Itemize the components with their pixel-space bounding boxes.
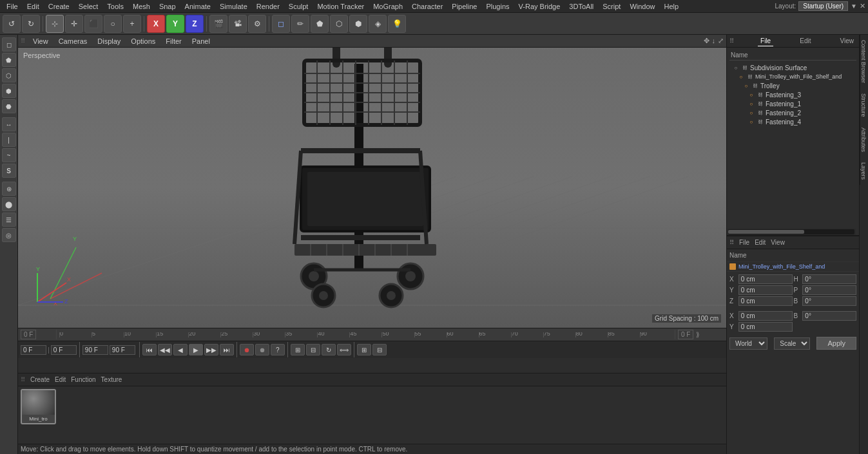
y-axis-button[interactable]: Y — [166, 15, 184, 33]
menu-mograph[interactable]: MoGraph — [369, 1, 407, 12]
loop-button[interactable]: ↻ — [322, 344, 336, 355]
menu-file[interactable]: File — [3, 1, 22, 12]
menu-character[interactable]: Character — [408, 1, 447, 12]
p-rot-input[interactable] — [802, 285, 856, 295]
b-rot-input[interactable] — [802, 296, 856, 306]
viewport[interactable]: X Y — [18, 48, 726, 328]
layout-dropdown-icon[interactable]: ▼ — [851, 3, 857, 10]
rotate-button[interactable]: ○ — [104, 15, 122, 33]
mat-menu-edit[interactable]: Edit — [55, 376, 66, 383]
model-tool[interactable]: ◻ — [2, 37, 16, 52]
menu-window[interactable]: Window — [626, 1, 659, 12]
play-button[interactable]: ▶ — [189, 344, 203, 355]
current-frame-input[interactable] — [21, 345, 46, 355]
tree-item-mini-trolley[interactable]: ○ ⛓ Mini_Trolley_with_File_Shelf_and — [729, 72, 856, 81]
vp-icon-down[interactable]: ↓ — [712, 37, 716, 45]
menu-plugins[interactable]: Plugins — [482, 1, 513, 12]
menu-edit[interactable]: Edit — [23, 1, 43, 12]
y-pos-input[interactable] — [738, 285, 793, 295]
menu-animate[interactable]: Animate — [181, 1, 215, 12]
menu-help[interactable]: Help — [661, 1, 683, 12]
move-button[interactable]: ✛ — [65, 15, 83, 33]
mat-menu-create[interactable]: Create — [30, 376, 50, 383]
attr-menu-file[interactable]: File — [739, 239, 749, 246]
menu-sculpt[interactable]: Sculpt — [285, 1, 313, 12]
edge-tool[interactable]: ⬢ — [2, 84, 16, 98]
timeline-expand-icon[interactable]: ⟫ — [696, 331, 700, 338]
tab-layers[interactable]: Layers — [860, 157, 868, 185]
vp-menu-view[interactable]: View — [30, 36, 51, 46]
motion-layer-button[interactable]: ⊟ — [306, 344, 320, 355]
deformer-button[interactable]: ◈ — [369, 15, 387, 33]
select-all[interactable]: ↔ — [2, 117, 16, 131]
render-view-button[interactable]: 📽 — [229, 15, 247, 33]
mat-menu-texture[interactable]: Texture — [101, 376, 122, 383]
vp-menu-panel[interactable]: Panel — [189, 36, 213, 46]
tree-item-fastening3[interactable]: ○ ⛓ Fastening_3 — [729, 90, 856, 99]
tree-item-fastening4[interactable]: ○ ⛓ Fastening_4 — [729, 117, 856, 126]
z-pos-input[interactable] — [738, 296, 793, 306]
timeline-extra2[interactable]: ⊟ — [372, 344, 387, 355]
menu-render[interactable]: Render — [253, 1, 284, 12]
bx-input[interactable] — [802, 311, 856, 321]
tree-item-trolley[interactable]: ○ ⛓ Trolley — [729, 81, 856, 90]
menu-snap[interactable]: Snap — [155, 1, 180, 12]
menu-simulate[interactable]: Simulate — [216, 1, 251, 12]
menu-tools[interactable]: Tools — [103, 1, 128, 12]
nurbs-button[interactable]: ⬢ — [349, 15, 367, 33]
panel-tab-file[interactable]: File — [758, 36, 773, 46]
vp-icon-move[interactable]: ✥ — [704, 37, 709, 45]
apply-button[interactable]: Apply — [816, 337, 856, 350]
fps-field[interactable] — [82, 345, 108, 355]
frame-field[interactable] — [51, 345, 77, 355]
attr-menu-view[interactable]: View — [771, 239, 785, 246]
redo-button[interactable]: ↻ — [22, 15, 40, 33]
sculpt-tool[interactable]: ~ — [2, 148, 16, 162]
go-start-button[interactable]: ⏮ — [142, 344, 157, 355]
point-tool[interactable]: ⬡ — [2, 68, 16, 82]
vp-menu-display[interactable]: Display — [95, 36, 123, 46]
h-rot-input[interactable] — [802, 274, 856, 284]
hair-tool[interactable]: ☰ — [2, 213, 16, 227]
paint-tool[interactable]: ⊛ — [2, 182, 16, 196]
spline-button[interactable]: ⬡ — [330, 15, 348, 33]
scene-tree-scrollbar[interactable] — [727, 229, 856, 235]
coord-space-select[interactable]: World Object — [729, 337, 767, 350]
tree-item-subdivision[interactable]: ○ ⛓ Subdivision Surface — [729, 63, 856, 72]
fps2-field[interactable] — [110, 345, 135, 355]
extra-tool[interactable]: ◎ — [2, 228, 16, 242]
x-axis-button[interactable]: X — [147, 15, 165, 33]
scale-button[interactable]: ⬛ — [84, 15, 102, 33]
panel-tab-edit[interactable]: Edit — [797, 36, 813, 46]
menu-vray-bridge[interactable]: V-Ray Bridge — [515, 1, 564, 12]
record-button[interactable]: ⏺ — [240, 344, 254, 355]
h-scroll-thumb[interactable] — [728, 230, 804, 234]
vp-icon-expand[interactable]: ⤢ — [718, 37, 724, 45]
undo-button[interactable]: ↺ — [3, 15, 21, 33]
edit-render-settings-button[interactable]: ⚙ — [248, 15, 266, 33]
y-size-input[interactable] — [738, 322, 793, 332]
scale-select[interactable]: Scale — [774, 337, 810, 350]
key-help[interactable]: ? — [271, 344, 285, 355]
tree-item-fastening1[interactable]: ○ ⛓ Fastening_1 — [729, 99, 856, 108]
tab-attributes[interactable]: Attributes — [860, 122, 868, 157]
render-to-picture-button[interactable]: 🎬 — [209, 15, 227, 33]
menu-create[interactable]: Create — [44, 1, 73, 12]
mesh-tool[interactable]: ⬟ — [2, 53, 16, 67]
bounce-button[interactable]: ⟺ — [337, 344, 351, 355]
tab-structure[interactable]: Structure — [860, 88, 868, 122]
menu-motion-tracker[interactable]: Motion Tracker — [313, 1, 368, 12]
prev-frame-button[interactable]: ◀ — [173, 344, 188, 355]
light-button[interactable]: 💡 — [388, 15, 406, 33]
s-tool[interactable]: S — [2, 164, 16, 178]
close-icon[interactable]: ✕ — [860, 2, 865, 10]
motion-clip-button[interactable]: ⊞ — [291, 344, 305, 355]
pen-button[interactable]: ✏ — [291, 15, 309, 33]
menu-script[interactable]: Script — [599, 1, 624, 12]
polygon-tool[interactable]: ⬣ — [2, 99, 16, 113]
panel-tab-view[interactable]: View — [838, 36, 857, 46]
tab-content-browser[interactable]: Content Browser — [860, 35, 868, 88]
menu-mesh[interactable]: Mesh — [129, 1, 154, 12]
tree-item-fastening2[interactable]: ○ ⛓ Fastening_2 — [729, 108, 856, 117]
next-key-button[interactable]: ⏭ — [220, 344, 234, 355]
